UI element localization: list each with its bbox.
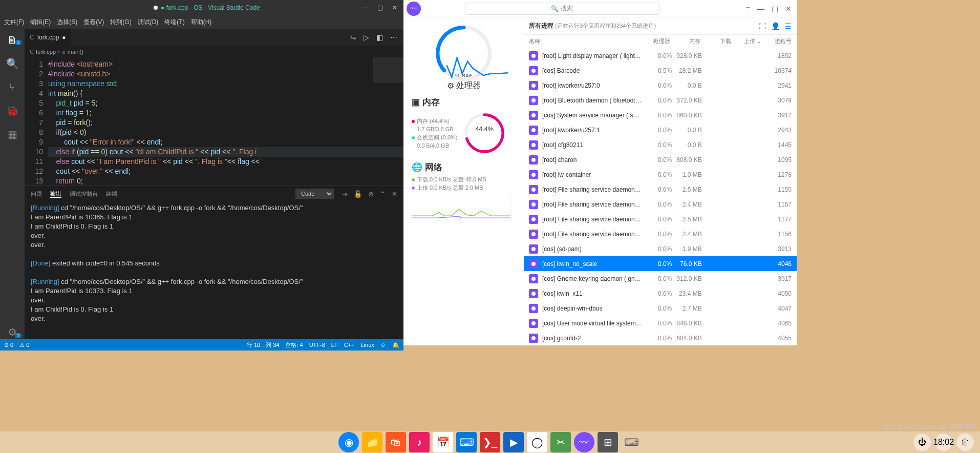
sysmon-titlebar[interactable]: 〰 🔍 搜索 ≡ — ▢ ✕ <box>403 0 797 17</box>
list-view-icon[interactable]: ☰ <box>785 22 792 30</box>
panel-tab[interactable]: 调试控制台 <box>70 190 98 198</box>
menu-item[interactable]: 选择(S) <box>57 18 77 27</box>
table-row[interactable]: [root] File sharing service daemon ( … 0… <box>524 212 797 226</box>
panel-tab[interactable]: 问题 <box>31 190 42 198</box>
column-headers[interactable]: 名称 处理器 内存 下载 上传 ⌄ 进程号 <box>524 35 797 48</box>
status-language[interactable]: C++ <box>344 342 355 348</box>
launcher-icon[interactable]: ◉ <box>338 432 359 452</box>
table-row[interactable]: [cos] Gnome keyring daemon ( gno… 0.0% 9… <box>524 271 797 286</box>
status-spaces[interactable]: 空格: 4 <box>285 341 303 349</box>
vscode-icon[interactable]: ⌨ <box>456 432 477 452</box>
table-row[interactable]: [cos] kwin_x11 0.0% 23.4 MB 4050 <box>524 286 797 301</box>
minimap[interactable] <box>373 57 403 186</box>
status-encoding[interactable]: UTF-8 <box>309 342 325 348</box>
maximize-button[interactable]: ▢ <box>377 4 383 11</box>
compare-icon[interactable]: ⇋ <box>350 33 356 42</box>
explorer-icon[interactable]: 🗎1 <box>5 33 19 47</box>
status-errors[interactable]: ⊘ 0 <box>4 342 13 348</box>
status-warnings[interactable]: ⚠ 0 <box>19 342 29 348</box>
minimize-button[interactable]: — <box>757 5 764 13</box>
status-os[interactable]: Linux <box>360 342 374 348</box>
table-row[interactable]: [cos] System service manager ( syst… 0.0… <box>524 108 797 122</box>
settings-gear-icon[interactable]: ⚙1 <box>5 325 19 339</box>
clear-output-icon[interactable]: ⊘ <box>368 190 374 198</box>
table-row[interactable]: [root] Bluetooth daemon ( bluetoot… 0.0%… <box>524 93 797 108</box>
menu-item[interactable]: 帮助(H) <box>191 18 212 27</box>
output-content[interactable]: [Running] cd "/home/cos/Desktop/OS/" && … <box>25 201 403 339</box>
word-wrap-icon[interactable]: ⇥ <box>342 190 348 198</box>
status-cursor-pos[interactable]: 行 10，列 34 <box>247 341 280 349</box>
minimize-button[interactable]: — <box>362 4 368 11</box>
table-row[interactable]: [root] kworker/u257:1 0.0% 0.0 B 2943 <box>524 122 797 137</box>
col-name[interactable]: 名称 <box>529 37 640 45</box>
output-channel-select[interactable]: Code <box>295 189 334 199</box>
table-row[interactable]: [root] charon 0.0% 808.0 KB 1095 <box>524 152 797 167</box>
calculator-icon[interactable]: ⊞ <box>598 432 618 452</box>
more-icon[interactable]: ⋯ <box>390 33 397 42</box>
panel-tab[interactable]: 终端 <box>106 190 117 198</box>
col-memory[interactable]: 内存 <box>670 37 700 45</box>
table-row[interactable]: [root] Light display manager ( light… 0.… <box>524 48 797 63</box>
tab-fork-cpp[interactable]: C fork.cpp ● <box>25 29 71 46</box>
debug-icon[interactable]: 🐞 <box>5 104 19 118</box>
close-button[interactable]: ✕ <box>785 5 792 13</box>
menu-icon[interactable]: ≡ <box>746 5 750 13</box>
file-manager-icon[interactable]: 📁 <box>362 432 382 452</box>
run-icon[interactable]: ▷ <box>364 33 369 42</box>
power-icon[interactable]: ⏻ <box>913 434 931 451</box>
menu-item[interactable]: 终端(T) <box>164 18 184 27</box>
maximize-button[interactable]: ▢ <box>772 5 778 13</box>
menu-item[interactable]: 转到(G) <box>110 18 131 27</box>
vscode-titlebar[interactable]: ● fork.cpp - OS - Visual Studio Code — ▢… <box>0 0 403 15</box>
chevron-up-icon[interactable]: ⌃ <box>380 190 386 198</box>
table-row[interactable]: [root] cfg80211 0.0% 0.0 B 1445 <box>524 137 797 152</box>
extensions-icon[interactable]: ▦ <box>5 127 19 141</box>
breadcrumb[interactable]: C fork.cpp › ⌾ main() <box>25 46 403 57</box>
clock-icon[interactable]: 18:02 <box>935 434 952 451</box>
table-row[interactable]: [root] lw-container 0.0% 1.0 MB 1278 <box>524 167 797 182</box>
close-panel-icon[interactable]: ✕ <box>392 190 397 198</box>
screenshot-icon[interactable]: ✂ <box>550 432 571 452</box>
table-row[interactable]: [cos] User mode virtual file system d… 0… <box>524 316 797 331</box>
code-content[interactable]: #include <iostream>#include <unistd.h>us… <box>48 57 403 186</box>
keyboard-icon[interactable]: ⌨ <box>621 432 642 452</box>
col-upload[interactable]: 上传 ⌄ <box>731 37 761 45</box>
trash-icon[interactable]: 🗑 <box>956 434 974 451</box>
expand-icon[interactable]: ⛶ <box>759 22 766 30</box>
app-store-icon[interactable]: 🛍 <box>386 432 406 452</box>
search-icon[interactable]: 🔍 <box>5 56 19 71</box>
feedback-icon[interactable]: ☺ <box>380 342 386 348</box>
table-row[interactable]: [root] File sharing service daemon ( … 0… <box>524 226 797 241</box>
panel-tab[interactable]: 输出 <box>50 190 61 198</box>
table-row[interactable]: [cos] kwin_no_scale 0.0% 76.0 KB 4046 <box>524 256 797 271</box>
bell-icon[interactable]: 🔔 <box>392 342 399 348</box>
system-monitor-icon[interactable]: 〰 <box>574 432 594 452</box>
table-row[interactable]: [cos] gconfd-2 0.0% 684.0 KB 4055 <box>524 331 797 345</box>
calendar-icon[interactable]: 📅 <box>433 432 453 452</box>
music-icon[interactable]: ♪ <box>409 432 430 452</box>
terminal-icon[interactable]: ❯_ <box>480 432 500 452</box>
table-row[interactable]: [root] kworker/u257:0 0.0% 0.0 B 2941 <box>524 78 797 93</box>
split-editor-icon[interactable]: ◧ <box>376 33 383 42</box>
video-icon[interactable]: ▶ <box>503 432 524 452</box>
user-icon[interactable]: 👤 <box>771 22 780 30</box>
col-download[interactable]: 下载 <box>700 37 731 45</box>
table-row[interactable]: [cos] deepin-wm-dbus 0.0% 2.7 MB 4047 <box>524 301 797 316</box>
table-row[interactable]: [cos] (sd-pam) 0.0% 1.9 MB 3913 <box>524 241 797 256</box>
status-eol[interactable]: LF <box>331 342 338 348</box>
close-button[interactable]: ✕ <box>392 4 397 11</box>
source-control-icon[interactable]: ⑂ <box>5 80 19 94</box>
col-cpu[interactable]: 处理器 <box>640 37 670 45</box>
code-editor[interactable]: 1234567891011121314 #include <iostream>#… <box>25 57 403 186</box>
table-row[interactable]: [root] File sharing service daemon ( … 0… <box>524 182 797 197</box>
lock-scroll-icon[interactable]: 🔓 <box>354 190 362 198</box>
process-list[interactable]: [root] Light display manager ( light… 0.… <box>524 48 797 345</box>
menu-item[interactable]: 查看(V) <box>83 18 104 27</box>
menu-item[interactable]: 文件(F) <box>4 18 24 27</box>
search-input[interactable]: 🔍 搜索 <box>465 3 659 15</box>
table-row[interactable]: [root] File sharing service daemon ( … 0… <box>524 197 797 212</box>
menu-item[interactable]: 编辑(E) <box>30 18 51 27</box>
chrome-icon[interactable]: ◯ <box>527 432 547 452</box>
table-row[interactable]: [cos] Barcode 0.5% 28.2 MB 10374 <box>524 63 797 78</box>
menu-item[interactable]: 调试(D) <box>138 18 159 27</box>
